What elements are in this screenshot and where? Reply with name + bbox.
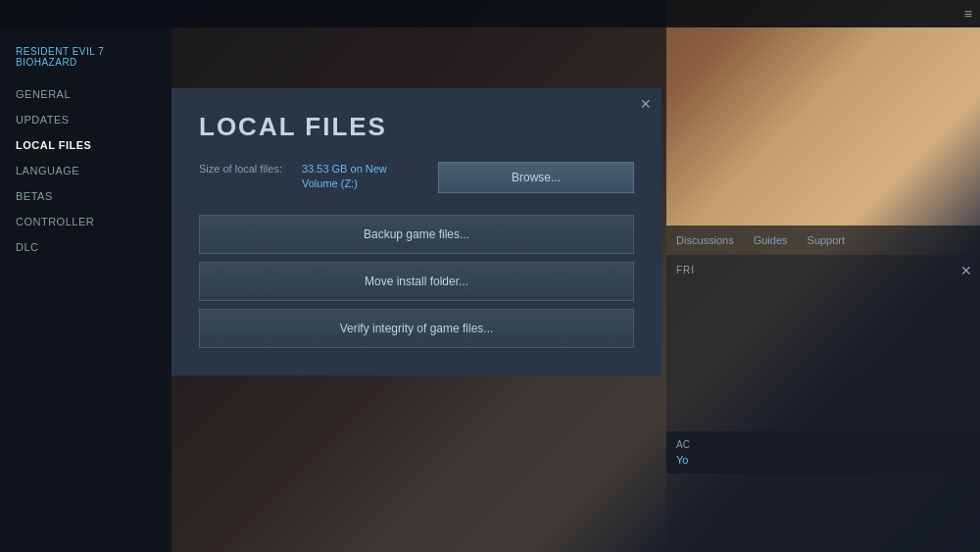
friend-panel: ✕ FRI ♦ RESIDENT EVII biohazard Season P… <box>666 255 980 552</box>
sidebar-item-betas[interactable]: BETAS <box>0 183 172 209</box>
friend-panel-close-button[interactable]: ✕ <box>960 263 972 278</box>
verify-integrity-button[interactable]: Verify integrity of game files... <box>199 309 634 348</box>
browse-button[interactable]: Browse... <box>438 162 634 193</box>
dialog-close-button[interactable]: ✕ <box>640 96 652 112</box>
filter-icon[interactable]: ≡ <box>964 6 972 22</box>
move-install-folder-button[interactable]: Move install folder... <box>199 262 634 301</box>
account-area: AC Yo <box>666 431 980 474</box>
account-name: Yo <box>676 454 970 466</box>
top-bar: ≡ <box>0 0 980 27</box>
friend-panel-header: FRI <box>676 265 970 276</box>
tab-discussions[interactable]: Discussions <box>676 234 734 246</box>
sidebar: RESIDENT EVIL 7 BIOHAZARD GENERAL UPDATE… <box>0 27 172 552</box>
action-buttons-group: Backup game files... Move install folder… <box>199 215 634 348</box>
account-label: AC <box>676 439 970 450</box>
tabs-bar: Discussions Guides Support <box>666 226 980 255</box>
sidebar-item-local-files[interactable]: LOCAL FILES <box>0 132 172 158</box>
sidebar-item-updates[interactable]: UPDATES <box>0 107 172 132</box>
file-size-row: Size of local files: 33.53 GB on New Vol… <box>199 162 634 193</box>
sidebar-item-general[interactable]: GENERAL <box>0 81 172 107</box>
tab-guides[interactable]: Guides <box>754 234 788 246</box>
tab-support[interactable]: Support <box>808 234 846 246</box>
sidebar-game-title[interactable]: RESIDENT EVIL 7 BIOHAZARD <box>0 39 172 77</box>
sidebar-item-language[interactable]: LANGUAGE <box>0 158 172 183</box>
sidebar-item-controller[interactable]: CONTROLLER <box>0 209 172 234</box>
dialog-title: LOCAL FILES <box>199 112 634 142</box>
file-size-label: Size of local files: <box>199 162 282 176</box>
local-files-dialog: ✕ LOCAL FILES Size of local files: 33.53… <box>172 88 662 376</box>
sidebar-item-dlc[interactable]: DLC <box>0 234 172 260</box>
backup-game-files-button[interactable]: Backup game files... <box>199 215 634 254</box>
file-size-value: 33.53 GB on New Volume (Z:) <box>302 162 418 192</box>
